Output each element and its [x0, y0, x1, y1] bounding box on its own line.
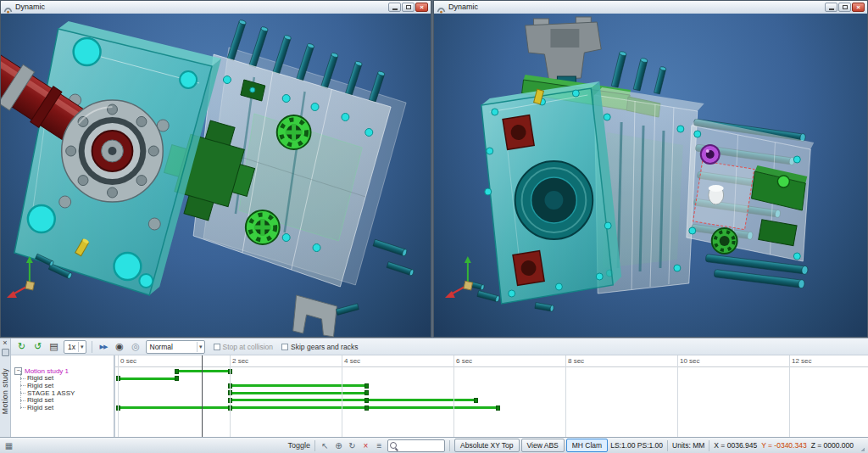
timeline-gridline	[789, 355, 790, 437]
pan-icon[interactable]: ⊕	[333, 440, 344, 451]
stop-at-collision-checkbox[interactable]: Stop at collision	[214, 343, 274, 351]
motion-toolbar: ↻ ↺ ▤ 1x ▾ ▶▶ ◉ ◎ Normal ▾ Stop at colli…	[11, 338, 868, 355]
tree-item[interactable]: Rigid set	[14, 382, 114, 389]
panel-close-icon[interactable]: ×	[3, 339, 7, 347]
mode-combobox[interactable]: Normal ▾	[146, 340, 205, 354]
speed-combobox[interactable]: 1x ▾	[64, 340, 86, 354]
panel-grid-icon[interactable]: ▦	[3, 440, 14, 451]
window-icon	[437, 3, 446, 12]
checkbox-icon[interactable]	[214, 344, 220, 350]
delete-filter-icon[interactable]: ×	[360, 440, 371, 451]
keyframe-marker[interactable]	[175, 376, 179, 381]
keyframe-marker[interactable]	[364, 405, 369, 411]
right-mold-model[interactable]	[434, 14, 867, 337]
play-reverse-icon[interactable]: ↺	[31, 340, 44, 353]
keyframe-bar[interactable]	[230, 392, 367, 394]
record-icon[interactable]: ◉	[114, 340, 126, 353]
timeline-ruler[interactable]: 0 sec2 sec4 sec6 sec8 sec10 sec12 sec	[115, 355, 868, 367]
restore-button[interactable]	[838, 3, 851, 12]
status-button-view-abs[interactable]: View ABS	[521, 439, 565, 452]
timeline-tick-label: 12 sec	[792, 357, 812, 365]
minimize-button[interactable]	[825, 3, 837, 12]
keyframe-marker[interactable]	[364, 390, 369, 395]
timeline-gridline	[453, 355, 454, 437]
minimize-button[interactable]	[388, 3, 401, 12]
timeline-tracks[interactable]	[115, 366, 868, 437]
titlebar-right[interactable]: Dynamic ×	[434, 1, 867, 14]
bearing-assembly[interactable]	[62, 100, 164, 202]
bottom-bracket[interactable]	[293, 295, 359, 337]
toggle-label: Toggle	[288, 441, 311, 450]
window-title: Dynamic	[448, 3, 822, 12]
keyframe-bar[interactable]	[230, 399, 476, 401]
keyframe-marker[interactable]	[496, 405, 500, 411]
left-3d-viewport[interactable]	[1, 14, 431, 337]
timeline-gridline	[342, 355, 342, 437]
keyframe-bar[interactable]	[176, 370, 230, 372]
playhead[interactable]	[202, 355, 203, 437]
tree-item[interactable]: Rigid set	[14, 404, 114, 411]
top-pins[interactable]	[611, 51, 666, 94]
status-separator	[709, 440, 709, 451]
keyframe-marker[interactable]	[364, 383, 369, 389]
window-title: Dynamic	[15, 3, 386, 12]
resize-grip[interactable]	[856, 440, 865, 451]
titlebar-left[interactable]: Dynamic ×	[1, 1, 431, 14]
frames-icon[interactable]: ▤	[47, 340, 60, 353]
keyframe-bar[interactable]	[118, 406, 498, 409]
chevron-down-icon: ▾	[78, 342, 84, 352]
play-loop-icon[interactable]: ↻	[15, 340, 28, 353]
timeline-panel[interactable]: 0 sec2 sec4 sec6 sec8 sec10 sec12 sec	[114, 355, 868, 437]
close-button[interactable]: ×	[415, 3, 428, 12]
tree-item[interactable]: Rigid set	[14, 396, 114, 404]
timeline-tick-label: 8 sec	[568, 357, 584, 365]
timeline-tick-label: 6 sec	[456, 357, 472, 365]
checkbox-label: Stop at collision	[223, 343, 274, 351]
keyframe-marker[interactable]	[175, 369, 179, 374]
search-input[interactable]	[398, 441, 442, 450]
status-buttons: Absolute XY TopView ABSMH Clam	[454, 439, 608, 452]
motion-tree-panel: −Motion study 1Rigid setRigid setSTAGE 1…	[11, 355, 114, 437]
right-3d-viewport[interactable]	[434, 14, 867, 337]
tree-item[interactable]: STAGE 1 ASSY	[14, 389, 114, 397]
skip-gears-checkbox[interactable]: Skip gears and racks	[281, 343, 358, 351]
menu-icon[interactable]: ≡	[374, 440, 385, 451]
restore-button[interactable]	[402, 3, 415, 12]
keyframe-marker[interactable]	[474, 398, 478, 403]
snapshot-icon[interactable]: ◎	[130, 340, 142, 353]
rotate-icon[interactable]: ↻	[347, 440, 358, 451]
pointer-icon[interactable]: ↖	[320, 440, 331, 451]
status-button-absolute-xy-top[interactable]: Absolute XY Top	[454, 439, 520, 452]
teal-plate[interactable]	[481, 81, 621, 304]
orientation-triad	[7, 256, 35, 298]
status-separator	[314, 440, 315, 451]
checkbox-label: Skip gears and racks	[291, 343, 358, 351]
tree-root-item[interactable]: −Motion study 1	[14, 367, 114, 375]
tree-item[interactable]: Rigid set	[14, 375, 114, 383]
status-bar: ▦ Toggle ↖ ⊕ ↻ × ≡ Absolute XY TopView A…	[0, 437, 868, 453]
search-icon	[390, 442, 397, 449]
close-button[interactable]: ×	[852, 3, 865, 12]
speed-value: 1x	[68, 343, 75, 351]
ejector-assembly[interactable]	[687, 119, 814, 288]
play-forward-icon[interactable]: ▶▶	[97, 340, 110, 353]
panel-pin-icon[interactable]	[2, 349, 9, 356]
timeline-gridline	[118, 355, 119, 437]
toolbar-separator	[92, 341, 92, 353]
gear-component-bottom[interactable]	[246, 210, 280, 244]
viewport-window-right: Dynamic ×	[433, 0, 868, 338]
gear-component-top[interactable]	[277, 115, 311, 149]
keyframe-bar[interactable]	[118, 378, 176, 380]
timeline-tick-label: 10 sec	[680, 357, 700, 365]
status-button-mh-clam[interactable]: MH Clam	[566, 439, 608, 452]
keyframe-marker[interactable]	[364, 398, 369, 403]
status-separator	[667, 440, 668, 451]
timeline-tick-label: 0 sec	[120, 357, 136, 365]
keyframe-bar[interactable]	[230, 384, 367, 387]
motion-study-side-tab[interactable]: × Motion study	[0, 338, 11, 438]
search-box[interactable]	[387, 439, 445, 452]
timeline-gridline	[230, 355, 231, 437]
left-mold-model[interactable]	[1, 14, 431, 337]
orientation-triad	[445, 256, 473, 298]
checkbox-icon[interactable]	[281, 344, 288, 350]
